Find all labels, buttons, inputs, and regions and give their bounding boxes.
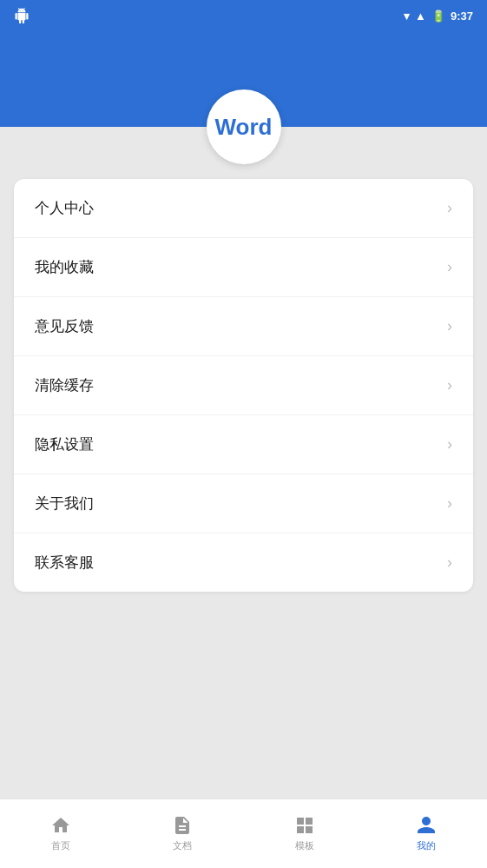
chevron-icon-favorites: › — [447, 258, 452, 276]
home-icon — [50, 815, 71, 836]
menu-item-about[interactable]: 关于我们 › — [14, 474, 473, 533]
menu-label-about: 关于我们 — [35, 494, 94, 514]
menu-item-feedback[interactable]: 意见反馈 › — [14, 297, 473, 356]
nav-label-home: 首页 — [51, 839, 70, 852]
nav-item-mine[interactable]: 我的 — [365, 815, 487, 852]
templates-icon — [294, 815, 315, 836]
status-bar: ▾ ▲ 🔋 9:37 — [0, 0, 487, 31]
mine-icon — [416, 815, 437, 836]
menu-item-support[interactable]: 联系客服 › — [14, 533, 473, 592]
docs-icon — [172, 815, 193, 836]
word-avatar: Word — [207, 89, 281, 164]
menu-label-favorites: 我的收藏 — [35, 257, 94, 277]
bottom-nav: 首页 文档 模板 我的 — [0, 798, 487, 868]
menu-item-profile[interactable]: 个人中心 › — [14, 179, 473, 238]
menu-label-support: 联系客服 — [35, 553, 94, 573]
chevron-icon-about: › — [447, 494, 452, 513]
nav-item-home[interactable]: 首页 — [0, 815, 122, 852]
chevron-icon-privacy: › — [447, 435, 452, 454]
menu-label-privacy: 隐私设置 — [35, 434, 94, 454]
content: 个人中心 › 我的收藏 › 意见反馈 › 清除缓存 › 隐私设置 › 关于我们 … — [0, 127, 487, 798]
menu-label-feedback: 意见反馈 — [35, 316, 94, 336]
menu-item-favorites[interactable]: 我的收藏 › — [14, 238, 473, 297]
status-bar-right: ▾ ▲ 🔋 9:37 — [404, 10, 473, 23]
nav-item-templates[interactable]: 模板 — [244, 815, 365, 852]
avatar-label: Word — [215, 114, 273, 141]
nav-label-templates: 模板 — [295, 839, 314, 852]
menu-label-clear-cache: 清除缓存 — [35, 375, 94, 395]
chevron-icon-profile: › — [447, 199, 452, 217]
nav-label-mine: 我的 — [417, 839, 436, 852]
nav-item-docs[interactable]: 文档 — [122, 815, 243, 852]
android-icon — [14, 8, 30, 23]
signal-icon: ▲ — [415, 10, 426, 23]
status-bar-left — [14, 8, 30, 23]
wifi-icon: ▾ — [404, 10, 410, 23]
nav-label-docs: 文档 — [173, 839, 192, 852]
battery-icon: 🔋 — [431, 10, 445, 23]
menu-item-privacy[interactable]: 隐私设置 › — [14, 415, 473, 474]
chevron-icon-clear-cache: › — [447, 376, 452, 394]
chevron-icon-support: › — [447, 553, 452, 572]
time-display: 9:37 — [451, 10, 473, 23]
header: Word — [0, 31, 487, 127]
menu-label-profile: 个人中心 — [35, 198, 94, 218]
menu-item-clear-cache[interactable]: 清除缓存 › — [14, 356, 473, 415]
chevron-icon-feedback: › — [447, 317, 452, 335]
menu-card: 个人中心 › 我的收藏 › 意见反馈 › 清除缓存 › 隐私设置 › 关于我们 … — [14, 179, 473, 592]
